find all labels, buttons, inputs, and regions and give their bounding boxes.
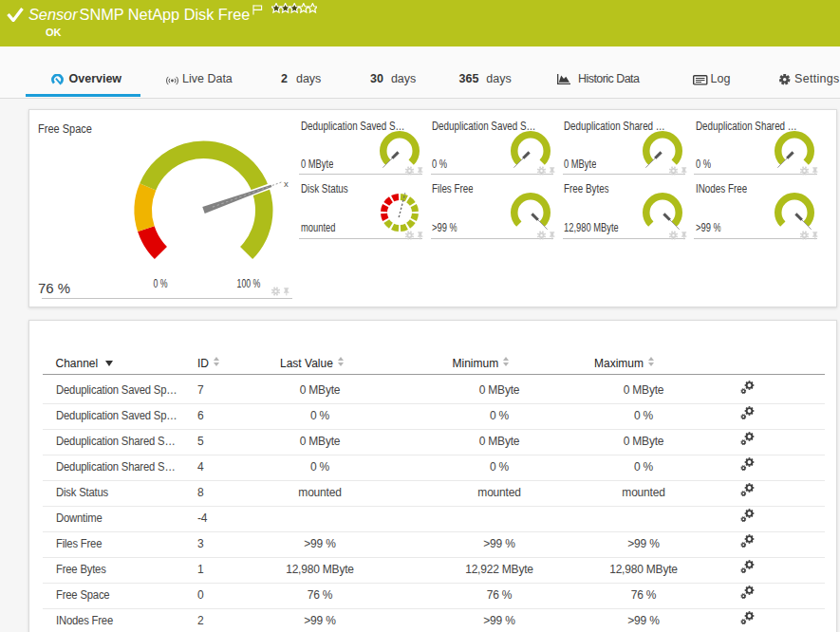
svg-text:x: x <box>284 178 289 189</box>
